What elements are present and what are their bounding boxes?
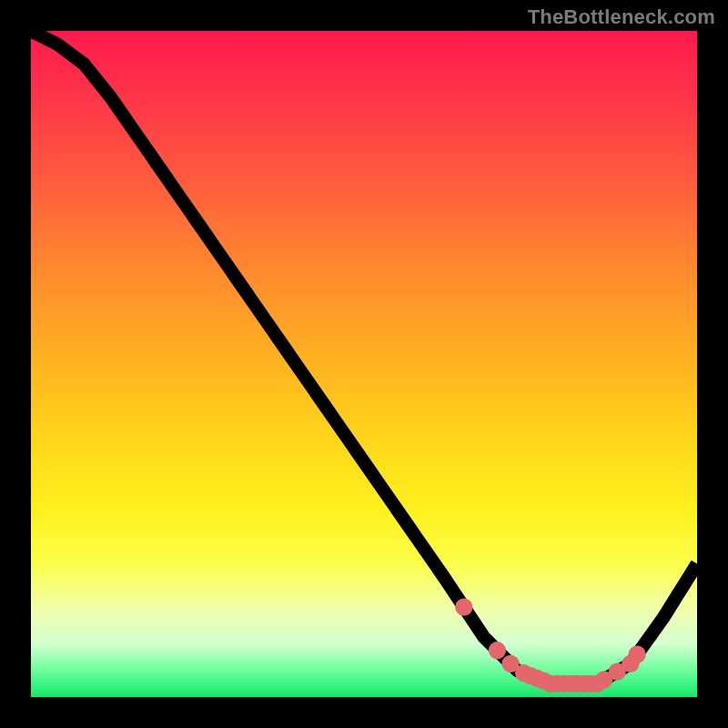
chart-frame: TheBottleneck.com <box>0 0 728 728</box>
curve-marker <box>491 645 502 656</box>
curve-marker <box>599 674 610 685</box>
curve-marker <box>632 649 642 660</box>
curve-marker <box>612 666 622 677</box>
attribution-text: TheBottleneck.com <box>528 5 715 29</box>
curve-svg <box>31 31 697 697</box>
curve-marker <box>459 602 470 612</box>
plot-area <box>31 31 697 697</box>
curve-marker <box>505 658 516 669</box>
bottleneck-curve <box>31 31 697 683</box>
